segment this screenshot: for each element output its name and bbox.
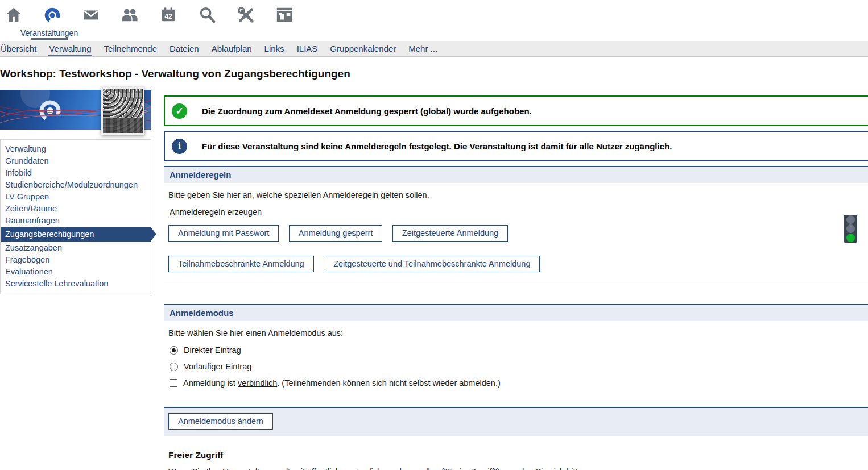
page-title: Workshop: Testworkshop - Verwaltung von …: [0, 68, 868, 80]
anmelderegeln-button-row-2: Teilnahmebeschränkte Anmeldung Zeitgeste…: [168, 256, 863, 284]
anmelderegeln-button-row-1: Anmeldung mit Passwort Anmeldung gesperr…: [168, 225, 863, 242]
radio-label-vorlaeufiger-eintrag[interactable]: Vorläufiger Eintrag: [184, 362, 251, 371]
checkbox-label-verbindlich[interactable]: Anmeldung ist verbindlich. (Teilnehmende…: [183, 379, 501, 388]
tab-gruppenkalender[interactable]: Gruppenkalender: [324, 41, 402, 56]
sidenav-item-lv-gruppen[interactable]: LV-Gruppen: [1, 191, 151, 203]
admin-sidenav: Verwaltung Grunddaten Infobild Studienbe…: [0, 139, 151, 294]
radio-row-vorlaeufiger-eintrag: Vorläufiger Eintrag: [168, 362, 863, 371]
sidenav-item-zusatzangaben[interactable]: Zusatzangaben: [1, 242, 151, 254]
anmelderegeln-header: Anmelderegeln: [164, 166, 868, 183]
tools-icon[interactable]: [237, 6, 255, 28]
anmelderegeln-body: Bitte geben Sie hier an, welche speziell…: [164, 183, 868, 284]
freier-zugriff-section: Freier Zugriff Wenn Sie Ihre Veranstaltu…: [168, 450, 868, 470]
anmeldemodus-header: Anmeldemodus: [164, 304, 868, 321]
button-zeitgesteuerte-anmeldung[interactable]: Zeitgesteuerte Anmeldung: [392, 225, 508, 242]
checkbox-row-verbindlich: Anmeldung ist verbindlich. (Teilnehmende…: [168, 379, 863, 388]
tab-teilnehmende[interactable]: Teilnehmende: [98, 41, 163, 56]
button-teilnahmebeschraenkte-anmeldung[interactable]: Teilnahmebeschränkte Anmeldung: [168, 256, 314, 272]
success-message: ✓ Die Zuordnung zum Anmeldeset Anmeldung…: [164, 95, 868, 126]
sidenav-item-infobild[interactable]: Infobild: [1, 167, 151, 179]
anmelderegeln-create-label: Anmelderegeln erzeugen: [170, 207, 863, 217]
sidenav-item-verwaltung[interactable]: Verwaltung: [1, 143, 151, 155]
anmeldemodus-body: Bitte wählen Sie hier einen Anmeldemodus…: [164, 321, 868, 407]
sidenav-item-zeiten-raeume[interactable]: Zeiten/Räume: [1, 203, 151, 215]
sidenav-item-frageboegen[interactable]: Fragebögen: [1, 254, 151, 266]
home-icon[interactable]: [5, 6, 23, 28]
button-zeitgesteuerte-und-teilnahmebeschraenkte-anmeldung[interactable]: Zeitgesteuerte und Teilnahmebeschränkte …: [324, 256, 540, 272]
checkbox-anmeldung-verbindlich[interactable]: [170, 379, 177, 387]
studip-page: 42: [0, 0, 868, 470]
toolbar-icon-row: 42: [0, 0, 868, 28]
sidenav-item-servicestelle[interactable]: Servicestelle Lehrevaluation: [1, 278, 151, 290]
toolbar-active-label[interactable]: Veranstaltungen: [20, 28, 78, 38]
tab-ilias[interactable]: ILIAS: [291, 41, 324, 56]
calendar-day-number: 42: [164, 13, 172, 20]
course-tabbar: Übersicht Verwaltung Teilnehmende Dateie…: [0, 41, 868, 57]
radio-row-direkter-eintrag: Direkter Eintrag: [168, 346, 863, 355]
traffic-light-yellow-off: [846, 224, 855, 233]
section-gap: [164, 284, 868, 304]
traffic-light-red-off: [846, 215, 855, 224]
info-message-text: Für diese Veranstaltung sind keine Anmel…: [202, 142, 672, 151]
section-anmeldemodus: Anmeldemodus Bitte wählen Sie hier einen…: [164, 304, 868, 436]
anmeldemodus-footer: Anmeldemodus ändern: [164, 407, 868, 436]
tab-mehr[interactable]: Mehr ...: [402, 41, 444, 56]
success-check-icon: ✓: [172, 103, 187, 119]
button-anmeldung-gesperrt[interactable]: Anmeldung gesperrt: [289, 225, 383, 242]
community-icon[interactable]: [121, 6, 139, 28]
anmelderegeln-intro: Bitte geben Sie hier an, welche speziell…: [168, 190, 863, 199]
info-icon: i: [172, 139, 187, 154]
radio-direkter-eintrag[interactable]: [170, 346, 178, 355]
radio-label-direkter-eintrag[interactable]: Direkter Eintrag: [184, 346, 241, 355]
mail-icon[interactable]: [82, 6, 100, 28]
sidenav-item-studienbereiche[interactable]: Studienbereiche/Modulzuordnungen: [1, 179, 151, 191]
traffic-light-green-on: [846, 234, 855, 242]
toolbar-active-underline: [31, 38, 68, 40]
tab-uebersicht[interactable]: Übersicht: [0, 41, 43, 56]
sidenav-item-zugangsberechtigungen[interactable]: Zugangsberechtigungen: [1, 227, 151, 242]
section-anmelderegeln: Anmelderegeln Bitte geben Sie hier an, w…: [164, 166, 868, 284]
course-banner: [0, 90, 151, 130]
traffic-light-indicator[interactable]: [844, 215, 857, 243]
tab-links[interactable]: Links: [258, 41, 291, 56]
veranstaltungen-spiral-icon[interactable]: [43, 6, 61, 28]
info-message: i Für diese Veranstaltung sind keine Anm…: [164, 131, 868, 161]
anmeldemodus-intro: Bitte wählen Sie hier einen Anmeldemodus…: [168, 328, 863, 338]
sidenav-item-raumanfragen[interactable]: Raumanfragen: [1, 215, 151, 227]
search-icon[interactable]: [198, 6, 216, 28]
sidenav-item-grunddaten[interactable]: Grunddaten: [1, 155, 151, 167]
anmeldemodus-aendern-button[interactable]: Anmeldemodus ändern: [168, 413, 273, 430]
course-photo: [101, 87, 144, 135]
main-content: ✓ Die Zuordnung zum Anmeldeset Anmeldung…: [164, 95, 868, 470]
tab-verwaltung[interactable]: Verwaltung: [43, 41, 97, 56]
radio-vorlaeufiger-eintrag[interactable]: [170, 363, 178, 371]
calendar-icon[interactable]: 42: [159, 6, 177, 28]
tab-ablaufplan[interactable]: Ablaufplan: [205, 41, 258, 56]
verbindlich-tooltip-term: verbindlich: [238, 379, 277, 388]
freier-zugriff-text: Wenn Sie Ihre Veranstaltung weltweit öff…: [168, 466, 589, 470]
sidebar: Verwaltung Grunddaten Infobild Studienbe…: [0, 90, 157, 294]
success-message-text: Die Zuordnung zum Anmeldeset Anmeldung g…: [202, 106, 532, 116]
freier-zugriff-heading: Freier Zugriff: [168, 450, 868, 460]
button-anmeldung-mit-passwort[interactable]: Anmeldung mit Passwort: [168, 225, 279, 242]
news-board-icon[interactable]: [275, 6, 294, 28]
top-toolbar: 42: [0, 0, 868, 41]
tab-dateien[interactable]: Dateien: [163, 41, 205, 56]
sidenav-item-evaluationen[interactable]: Evaluationen: [1, 266, 151, 278]
title-block: Workshop: Testworkshop - Verwaltung von …: [0, 57, 868, 88]
